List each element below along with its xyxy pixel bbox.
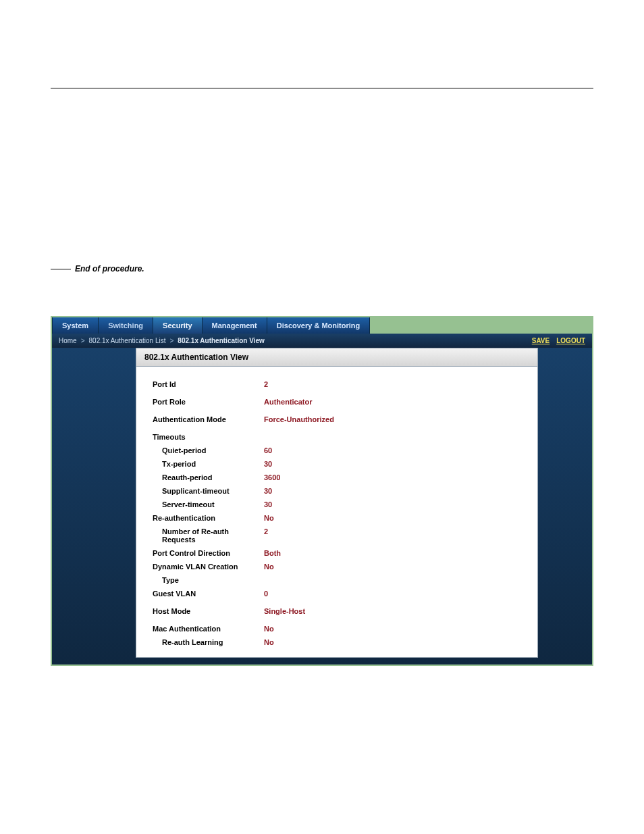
value-port-control-dir: Both [264,549,281,557]
value-host-mode: Single-Host [264,607,305,615]
value-port-role: Authenticator [264,398,313,406]
value-tx-period: 30 [264,460,272,468]
procedure-end: End of procedure. [51,264,593,273]
breadcrumb: Home > 802.1x Authentication List > 802.… [59,337,265,344]
label-port-control-dir: Port Control Direction [153,549,264,557]
breadcrumb-bar: Home > 802.1x Authentication List > 802.… [52,334,592,348]
page-header-rule [51,88,593,88]
label-num-reauth: Number of Re-auth Requests [153,527,264,544]
tab-management[interactable]: Management [203,317,267,334]
label-port-id: Port Id [153,380,264,388]
value-server-timeout: 30 [264,500,272,509]
value-quiet-period: 60 [264,446,272,454]
label-type: Type [153,576,264,584]
label-reauth-period: Reauth-period [153,473,264,481]
value-reauth: No [264,514,274,522]
label-timeouts: Timeouts [153,433,264,441]
logout-button[interactable]: LOGOUT [556,337,585,344]
value-reauth-learning: No [264,638,274,646]
value-dynamic-vlan: No [264,563,274,571]
label-quiet-period: Quiet-period [153,446,264,454]
app-frame: System Switching Security Management Dis… [51,316,593,666]
label-reauth: Re-authentication [153,514,264,522]
breadcrumb-level2: 802.1x Authentication View [178,337,264,344]
value-supplicant-timeout: 30 [264,487,272,495]
label-mac-auth: Mac Authentication [153,625,264,633]
label-auth-mode: Authentication Mode [153,415,264,423]
tab-discovery[interactable]: Discovery & Monitoring [267,317,370,334]
value-port-id: 2 [264,380,268,388]
procedure-end-text: End of procedure. [75,264,144,273]
value-reauth-period: 3600 [264,473,280,481]
tab-switching[interactable]: Switching [99,317,153,334]
sidebar [52,348,126,664]
breadcrumb-sep: > [170,337,174,344]
label-reauth-learning: Re-auth Learning [153,638,264,646]
tab-security[interactable]: Security [153,317,202,334]
value-mac-auth: No [264,625,274,633]
label-server-timeout: Server-timeout [153,500,264,509]
breadcrumb-home[interactable]: Home [59,337,77,344]
label-guest-vlan: Guest VLAN [153,590,264,598]
label-port-role: Port Role [153,398,264,406]
content-area: 802.1x Authentication View Port Id2 Port… [126,348,592,664]
label-dynamic-vlan: Dynamic VLAN Creation [153,563,264,571]
value-num-reauth: 2 [264,527,268,536]
label-tx-period: Tx-period [153,460,264,468]
save-button[interactable]: SAVE [532,337,550,344]
label-supplicant-timeout: Supplicant-timeout [153,487,264,495]
breadcrumb-level1[interactable]: 802.1x Authentication List [89,337,166,344]
value-auth-mode: Force-Unauthorized [264,415,334,423]
main-menubar: System Switching Security Management Dis… [52,317,592,334]
value-guest-vlan: 0 [264,590,268,598]
label-host-mode: Host Mode [153,607,264,615]
tab-system[interactable]: System [52,317,99,334]
auth-view-panel: 802.1x Authentication View Port Id2 Port… [136,348,538,658]
breadcrumb-sep: > [81,337,85,344]
panel-title: 802.1x Authentication View [136,348,537,367]
